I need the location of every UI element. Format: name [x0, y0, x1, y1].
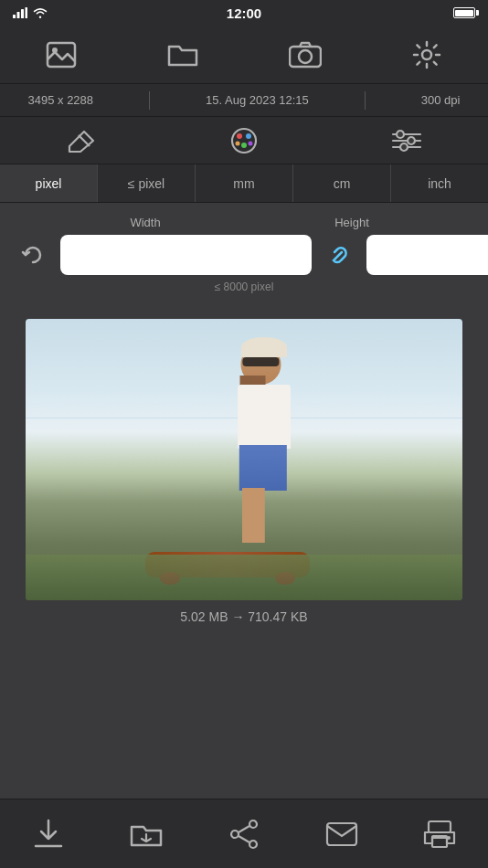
status-bar-right [453, 7, 475, 18]
folder-save-button[interactable] [123, 811, 169, 857]
settings-button[interactable] [404, 32, 450, 78]
camera-button[interactable] [282, 32, 328, 78]
svg-point-7 [299, 50, 312, 63]
svg-point-11 [237, 133, 242, 139]
arrow-icon: → [231, 609, 244, 624]
info-divider-1 [149, 91, 150, 110]
resize-section: Width Height 2500 1637 ≤ 8000 pixel [0, 203, 488, 301]
image-size-info: 5.02 MB → 710.47 KB [180, 609, 307, 624]
svg-line-27 [239, 836, 249, 842]
eraser-button[interactable] [58, 118, 104, 164]
share-button[interactable] [221, 811, 267, 857]
battery-icon [453, 7, 475, 18]
svg-point-14 [236, 141, 240, 145]
download-button[interactable] [26, 811, 71, 857]
status-time: 12:00 [227, 5, 261, 21]
svg-point-19 [397, 131, 404, 138]
size-before: 5.02 MB [180, 609, 228, 624]
resize-hint: ≤ 8000 pixel [15, 281, 473, 293]
info-bar: 3495 x 2288 15. Aug 2023 12:15 300 dpi [0, 84, 488, 117]
svg-point-13 [241, 143, 247, 148]
wifi-icon [33, 7, 48, 18]
svg-point-20 [408, 137, 415, 144]
mail-button[interactable] [319, 811, 365, 857]
status-bar-left [13, 7, 48, 18]
print-button[interactable] [417, 811, 462, 857]
tab-mm[interactable]: mm [196, 164, 293, 202]
svg-line-26 [239, 826, 249, 832]
undo-button[interactable] [15, 237, 51, 273]
svg-point-25 [249, 841, 257, 848]
image-dimensions: 3495 x 2288 [27, 93, 93, 107]
resize-row: 2500 1637 [15, 235, 473, 275]
info-divider-2 [365, 91, 366, 110]
svg-point-15 [249, 141, 253, 145]
status-bar: 12:00 [0, 0, 488, 26]
image-date: 15. Aug 2023 12:15 [206, 93, 309, 107]
width-label: Width [60, 216, 230, 229]
svg-rect-0 [13, 15, 16, 18]
top-toolbar [0, 26, 488, 84]
svg-rect-3 [26, 7, 28, 18]
height-label: Height [267, 216, 437, 229]
svg-point-10 [232, 129, 256, 153]
image-dpi: 300 dpi [421, 93, 461, 107]
width-input[interactable]: 2500 [60, 235, 312, 275]
link-button[interactable] [321, 237, 357, 273]
signal-icon [13, 7, 27, 18]
svg-point-23 [249, 820, 257, 828]
svg-point-8 [422, 50, 431, 59]
size-after: 710.47 KB [248, 609, 307, 624]
tool-bar-2 [0, 117, 488, 164]
adjustments-button[interactable] [384, 118, 430, 164]
tab-le-pixel[interactable]: ≤ pixel [98, 164, 196, 202]
svg-point-24 [231, 831, 239, 838]
image-area: 5.02 MB → 710.47 KB [0, 301, 488, 633]
svg-rect-1 [17, 12, 20, 18]
svg-point-31 [447, 836, 451, 840]
image-preview [26, 319, 462, 600]
svg-point-12 [246, 133, 251, 139]
tab-cm[interactable]: cm [293, 164, 391, 202]
palette-button[interactable] [221, 118, 267, 164]
unit-tabs: pixel ≤ pixel mm cm inch [0, 164, 488, 203]
tab-pixel[interactable]: pixel [0, 164, 98, 202]
gallery-button[interactable] [38, 32, 84, 78]
bottom-toolbar [0, 799, 488, 868]
svg-line-9 [79, 135, 90, 146]
svg-rect-2 [21, 9, 24, 18]
svg-rect-29 [429, 821, 451, 832]
folder-button[interactable] [160, 32, 206, 78]
svg-point-21 [400, 143, 408, 151]
image-bg [26, 319, 462, 600]
height-input[interactable]: 1637 [366, 235, 488, 275]
tab-inch[interactable]: inch [391, 164, 488, 202]
svg-rect-28 [327, 823, 356, 845]
